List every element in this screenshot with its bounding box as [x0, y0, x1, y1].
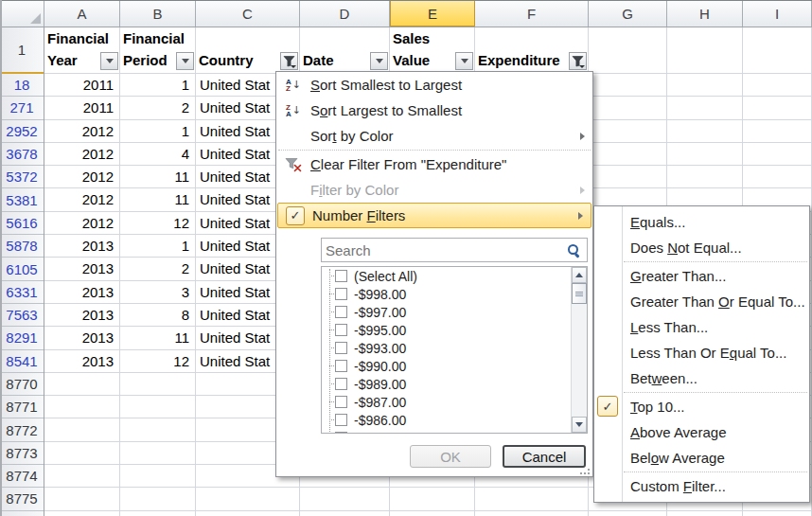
grid-cell[interactable]: [120, 373, 196, 396]
header-cell-i[interactable]: [743, 27, 812, 74]
grid-cell[interactable]: 11: [120, 166, 196, 188]
grid-cell[interactable]: 2: [120, 258, 196, 280]
filter-button-financial-year[interactable]: [100, 52, 118, 70]
row-number-8541[interactable]: 8541: [0, 350, 44, 373]
checkbox-icon[interactable]: [335, 306, 347, 318]
grid-cell[interactable]: [120, 442, 196, 465]
grid-cell[interactable]: [300, 511, 390, 516]
grid-cell[interactable]: 11: [120, 188, 196, 211]
column-header-i[interactable]: I: [743, 1, 812, 27]
menu-item-sort-by-color[interactable]: Sort by Color: [276, 123, 592, 149]
column-header-h[interactable]: H: [667, 1, 743, 27]
grid-cell[interactable]: [743, 143, 812, 166]
column-header-e[interactable]: E: [390, 1, 475, 27]
row-number-8291[interactable]: 8291: [0, 327, 44, 349]
column-header-f[interactable]: F: [475, 1, 589, 27]
grid-cell[interactable]: 1: [120, 235, 196, 258]
grid-cell[interactable]: 2013: [44, 304, 120, 327]
grid-cell[interactable]: [196, 511, 300, 516]
submenu-item-below-average[interactable]: Below Average: [594, 445, 809, 471]
row-number-8775[interactable]: 8775: [0, 488, 44, 510]
row-number-5878[interactable]: 5878: [0, 235, 44, 258]
select-all-corner[interactable]: [0, 1, 44, 27]
row-number-8773[interactable]: 8773: [0, 442, 44, 465]
grid-cell[interactable]: [44, 488, 120, 510]
grid-cell[interactable]: 2011: [44, 74, 120, 97]
grid-cell[interactable]: [196, 488, 300, 510]
grid-cell[interactable]: [120, 465, 196, 488]
header-cell-d[interactable]: Date: [300, 27, 390, 74]
submenu-item-equals[interactable]: Equals...: [594, 209, 809, 235]
grid-cell[interactable]: [667, 143, 743, 166]
grid-cell[interactable]: 2: [120, 97, 196, 119]
grid-cell[interactable]: [667, 74, 743, 97]
grid-cell[interactable]: 4: [120, 143, 196, 166]
grid-cell[interactable]: [589, 120, 667, 143]
filter-value-item[interactable]: (Select All): [322, 267, 587, 285]
menu-item-sort-smallest-to-largest[interactable]: AZ↓Sort Smallest to Largest: [276, 72, 592, 98]
grid-cell[interactable]: 2012: [44, 143, 120, 166]
grid-cell[interactable]: [120, 418, 196, 441]
grid-cell[interactable]: [120, 511, 196, 516]
row-number-2952[interactable]: 2952: [0, 120, 44, 143]
resize-grip[interactable]: [578, 463, 590, 474]
column-header-b[interactable]: B: [120, 1, 196, 27]
checkbox-icon[interactable]: [335, 360, 347, 372]
column-header-d[interactable]: D: [300, 1, 390, 27]
grid-cell[interactable]: [743, 511, 812, 516]
row-number-5616[interactable]: 5616: [0, 212, 44, 235]
filter-value-item[interactable]: -$997.00: [322, 303, 587, 321]
filter-value-item[interactable]: -$987.00: [322, 393, 587, 411]
grid-cell[interactable]: 8: [120, 304, 196, 327]
checkbox-icon[interactable]: [335, 288, 347, 300]
search-icon[interactable]: [567, 243, 581, 258]
checkbox-icon[interactable]: [335, 432, 347, 434]
grid-cell[interactable]: [390, 511, 475, 516]
checkbox-icon[interactable]: [335, 324, 347, 336]
grid-cell[interactable]: 2011: [44, 97, 120, 119]
scroll-thumb[interactable]: [572, 283, 587, 304]
grid-cell[interactable]: [44, 511, 120, 516]
grid-cell[interactable]: [390, 488, 475, 510]
submenu-item-custom-filter[interactable]: Custom Filter...: [594, 473, 809, 499]
grid-cell[interactable]: 2013: [44, 258, 120, 280]
grid-cell[interactable]: [475, 488, 589, 510]
scroll-down-button[interactable]: [572, 417, 587, 433]
grid-cell[interactable]: [667, 120, 743, 143]
submenu-item-less-than[interactable]: Less Than...: [594, 314, 809, 340]
grid-cell[interactable]: [589, 143, 667, 166]
grid-cell[interactable]: [743, 120, 812, 143]
column-header-g[interactable]: G: [589, 1, 667, 27]
filter-button-financial-period[interactable]: [176, 52, 194, 70]
menu-item-clear-filter-from-expenditure[interactable]: Clear Filter From "Expenditure": [276, 151, 592, 177]
grid-cell[interactable]: [667, 511, 743, 516]
header-cell-c[interactable]: Country: [196, 27, 300, 74]
grid-cell[interactable]: [44, 442, 120, 465]
row-number-8774[interactable]: 8774: [0, 465, 44, 488]
ok-button[interactable]: OK: [410, 445, 491, 468]
submenu-item-greater-than[interactable]: Greater Than...: [594, 263, 809, 289]
grid-cell[interactable]: 2013: [44, 281, 120, 304]
grid-cell[interactable]: [120, 488, 196, 510]
grid-cell[interactable]: [44, 396, 120, 418]
grid-cell[interactable]: [589, 74, 667, 97]
submenu-item-does-not-equal[interactable]: Does Not Equal...: [594, 235, 809, 260]
grid-cell[interactable]: [667, 166, 743, 188]
submenu-item-greater-than-or-equal-to[interactable]: Greater Than Or Equal To...: [594, 289, 809, 314]
grid-cell[interactable]: [589, 97, 667, 119]
menu-item-number-filters[interactable]: ✓Number Filters: [277, 203, 591, 228]
filter-value-item[interactable]: -$993.00: [322, 339, 587, 357]
grid-cell[interactable]: [743, 97, 812, 119]
grid-cell[interactable]: [300, 488, 390, 510]
row-number-6105[interactable]: 6105: [0, 258, 44, 280]
menu-item-filter-by-color[interactable]: Filter by Color: [276, 177, 592, 203]
scroll-up-button[interactable]: [572, 267, 587, 283]
grid-cell[interactable]: [120, 396, 196, 418]
header-cell-g[interactable]: [589, 27, 667, 74]
grid-cell[interactable]: 12: [120, 212, 196, 235]
grid-cell[interactable]: [44, 465, 120, 488]
grid-cell[interactable]: [589, 166, 667, 188]
row-number-1[interactable]: 1: [0, 27, 44, 74]
list-scrollbar[interactable]: [571, 267, 587, 433]
row-number-5372[interactable]: 5372: [0, 166, 44, 188]
